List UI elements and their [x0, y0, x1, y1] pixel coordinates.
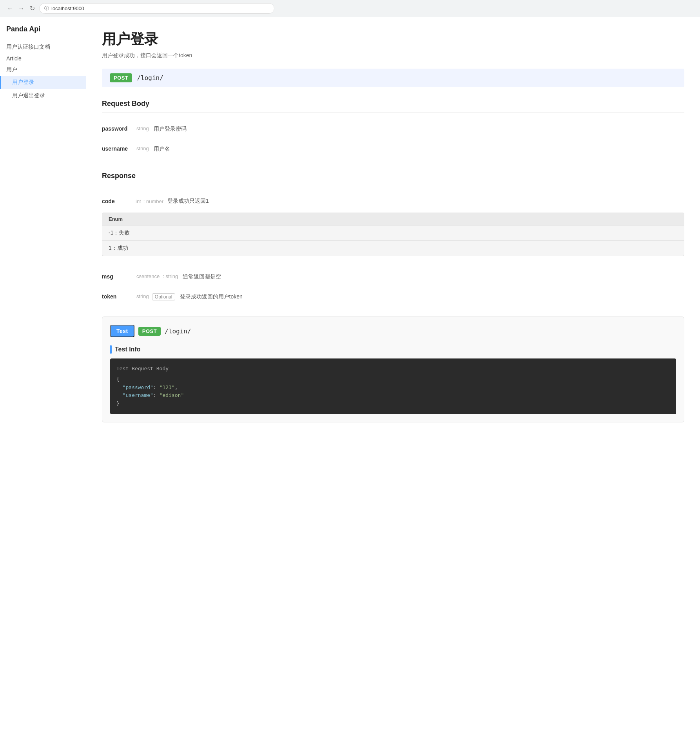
field-row-token: token string Optional 登录成功返回的用户token: [102, 287, 684, 307]
browser-chrome: ← → ↻ ⓘ localhost:9000: [0, 0, 700, 17]
endpoint-path: /login/: [137, 74, 163, 82]
sidebar-item-article[interactable]: Article: [0, 53, 86, 64]
method-badge: POST: [110, 73, 132, 82]
app-container: Panda Api 用户认证接口文档 Article 用户 用户登录 用户退出登…: [0, 17, 700, 735]
test-info-header: Test Info: [110, 345, 676, 354]
field-type-msg: csentence: [136, 273, 160, 279]
field-row-password: password string 用户登录密码: [102, 119, 684, 139]
test-info-label: Test Info: [115, 346, 140, 353]
test-header-row: Test POST /login/: [110, 325, 676, 337]
field-row-username: username string 用户名: [102, 139, 684, 159]
code-line-2: "password": "123",: [116, 384, 670, 392]
test-button[interactable]: Test: [110, 325, 134, 337]
sidebar-item-user-logout[interactable]: 用户退出登录: [0, 89, 86, 102]
field-name-token: token: [102, 293, 133, 300]
enum-row-pos1: 1：成功: [102, 240, 684, 256]
test-section: Test POST /login/ Test Info Test Request…: [102, 317, 684, 422]
sidebar-item-user-login[interactable]: 用户登录: [0, 76, 86, 89]
url-text: localhost:9000: [51, 5, 84, 11]
endpoint-bar: POST /login/: [102, 69, 684, 87]
back-button[interactable]: ←: [6, 5, 14, 13]
field-name-password: password: [102, 126, 133, 132]
field-type-detail-msg: : string: [163, 273, 178, 279]
field-row-code: code int : number 登录成功只返回1 Enum -1：失败 1：…: [102, 191, 684, 264]
field-type-username: string: [136, 146, 149, 151]
test-info-bar: [110, 345, 112, 354]
code-key-password: "password": [123, 384, 153, 390]
code-line-1: {: [116, 375, 670, 384]
field-name-username: username: [102, 146, 133, 152]
address-bar[interactable]: ⓘ localhost:9000: [39, 3, 274, 14]
field-type-detail-code: : number: [143, 198, 163, 204]
page-subtitle: 用户登录成功，接口会返回一个token: [102, 52, 684, 59]
sidebar-item-user-auth-docs[interactable]: 用户认证接口文档: [0, 41, 86, 53]
code-sep-password: :: [153, 384, 160, 390]
field-type-password: string: [136, 126, 149, 131]
main-content: 用户登录 用户登录成功，接口会返回一个token POST /login/ Re…: [86, 17, 700, 735]
optional-badge: Optional: [152, 293, 175, 300]
enum-table-code: Enum -1：失败 1：成功: [102, 213, 684, 256]
code-val-username: "edison": [160, 392, 184, 398]
test-method-badge: POST: [138, 327, 161, 336]
field-name-code: code: [102, 198, 133, 204]
code-sep-username: :: [153, 392, 160, 398]
field-desc-msg: 通常返回都是空: [183, 273, 221, 280]
field-desc-username: 用户名: [154, 146, 170, 153]
enum-header: Enum: [102, 213, 684, 225]
code-label: Test Request Body: [116, 365, 670, 373]
request-body-divider: [102, 113, 684, 113]
sidebar: Panda Api 用户认证接口文档 Article 用户 用户登录 用户退出登…: [0, 17, 86, 735]
code-line-3: "username": "edison": [116, 391, 670, 400]
response-header: Response: [102, 172, 684, 180]
enum-row-neg1: -1：失败: [102, 225, 684, 240]
field-type-token: string: [136, 293, 149, 299]
sidebar-item-user[interactable]: 用户: [0, 64, 86, 76]
sidebar-title: Panda Api: [0, 25, 86, 41]
forward-button[interactable]: →: [17, 5, 25, 13]
lock-icon: ⓘ: [44, 5, 49, 12]
page-title: 用户登录: [102, 30, 684, 49]
field-type-code: int: [136, 198, 141, 204]
field-name-msg: msg: [102, 273, 133, 280]
code-key-username: "username": [123, 392, 153, 398]
test-endpoint-path: /login/: [165, 327, 191, 335]
code-line-4: }: [116, 400, 670, 408]
field-desc-code: 登录成功只返回1: [167, 198, 209, 205]
reload-button[interactable]: ↻: [28, 5, 36, 13]
response-divider: [102, 185, 684, 185]
field-row-msg: msg csentence : string 通常返回都是空: [102, 267, 684, 287]
field-desc-password: 用户登录密码: [154, 126, 187, 133]
code-val-password: "123": [160, 384, 175, 390]
field-desc-token: 登录成功返回的用户token: [180, 293, 243, 300]
request-body-header: Request Body: [102, 100, 684, 108]
code-block: Test Request Body { "password": "123", "…: [110, 358, 676, 414]
